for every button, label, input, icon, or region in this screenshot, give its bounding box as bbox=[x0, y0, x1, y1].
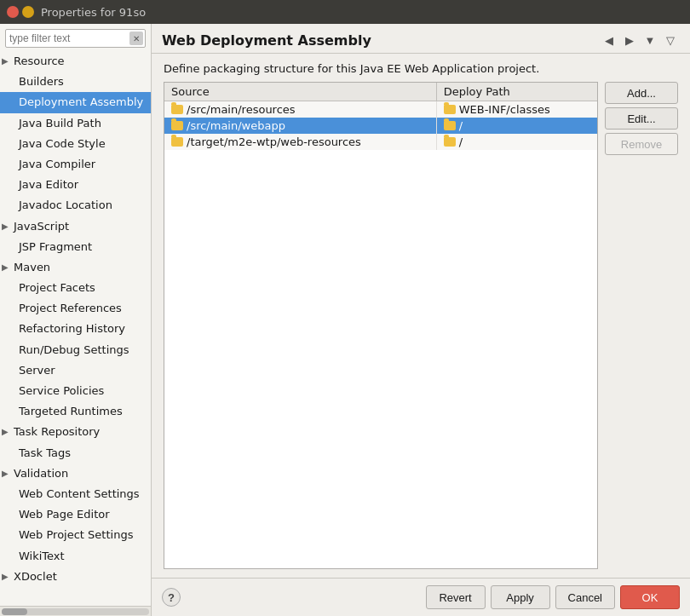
table-header-row: Source Deploy Path bbox=[164, 83, 597, 101]
remove-button[interactable]: Remove bbox=[605, 133, 678, 155]
sidebar-item-maven[interactable]: ▶Maven bbox=[0, 257, 151, 278]
scrollbar-track bbox=[2, 608, 149, 615]
sidebar-item-label: Builders bbox=[19, 74, 64, 89]
close-button[interactable] bbox=[7, 6, 19, 18]
folder-icon bbox=[444, 137, 456, 147]
help-button[interactable]: ? bbox=[162, 588, 181, 607]
sidebar-item-task-tags[interactable]: Task Tags bbox=[0, 443, 151, 463]
table-row[interactable]: /src/main/webapp/ bbox=[164, 118, 597, 134]
arrow-icon: ▶ bbox=[2, 55, 14, 67]
sidebar-item-label: Java Compiler bbox=[19, 157, 95, 172]
sidebar-item-web-page-editor[interactable]: Web Page Editor bbox=[0, 504, 151, 525]
folder-icon bbox=[171, 105, 183, 114]
menu-icon: ▽ bbox=[666, 34, 675, 47]
sidebar-item-label: Java Build Path bbox=[19, 116, 101, 131]
sidebar-item-web-content-settings[interactable]: Web Content Settings bbox=[0, 484, 151, 504]
sidebar-item-builders[interactable]: Builders bbox=[0, 72, 151, 92]
window-controls bbox=[7, 6, 34, 18]
sidebar-item-java-build-path[interactable]: Java Build Path bbox=[0, 113, 151, 134]
sidebar-item-service-policies[interactable]: Service Policies bbox=[0, 381, 151, 401]
sidebar-item-label: Java Editor bbox=[19, 177, 78, 193]
sidebar-item-label: WikiText bbox=[19, 549, 65, 564]
table-row[interactable]: /src/main/resourcesWEB-INF/classes bbox=[164, 101, 597, 118]
window-title: Properties for 91so bbox=[41, 6, 683, 19]
sidebar-item-javadoc-location[interactable]: Javadoc Location bbox=[0, 195, 151, 216]
forward-icon: ▶ bbox=[625, 34, 634, 47]
sidebar-item-project-references[interactable]: Project References bbox=[0, 298, 151, 319]
sidebar-item-label: Web Project Settings bbox=[19, 527, 133, 543]
sidebar-item-xdoclet[interactable]: ▶XDoclet bbox=[0, 567, 151, 587]
source-text: /src/main/webapp bbox=[187, 119, 285, 132]
sidebar-item-label: Service Policies bbox=[19, 383, 104, 399]
back-button[interactable]: ◀ bbox=[600, 31, 618, 49]
menu-button[interactable]: ▽ bbox=[661, 31, 680, 49]
sidebar-item-javascript[interactable]: ▶JavaScript bbox=[0, 216, 151, 237]
panel-content: Define packaging structure for this Java… bbox=[152, 54, 690, 578]
sidebar-item-label: Run/Debug Settings bbox=[19, 343, 129, 358]
assembly-container: Source Deploy Path /src/main/resourcesWE… bbox=[164, 82, 678, 569]
panel-title: Web Deployment Assembly bbox=[162, 32, 371, 49]
description-text: Define packaging structure for this Java… bbox=[164, 62, 678, 75]
sidebar-item-label: Web Page Editor bbox=[19, 507, 110, 522]
bottom-bar: ? Revert Apply Cancel OK bbox=[152, 578, 690, 616]
revert-button[interactable]: Revert bbox=[426, 585, 486, 609]
sidebar-item-deployment-assembly[interactable]: Deployment Assembly bbox=[0, 92, 151, 112]
panel-toolbar: ◀ ▶ ▼ ▽ bbox=[600, 31, 680, 49]
source-cell: /target/m2e-wtp/web-resources bbox=[164, 134, 436, 150]
sidebar-item-run-debug-settings[interactable]: Run/Debug Settings bbox=[0, 340, 151, 360]
sidebar-item-resource[interactable]: ▶Resource bbox=[0, 51, 151, 72]
forward-button[interactable]: ▶ bbox=[620, 31, 639, 49]
arrow-icon: ▶ bbox=[2, 221, 14, 233]
sidebar-item-task-repository[interactable]: ▶Task Repository bbox=[0, 422, 151, 442]
sidebar-item-server[interactable]: Server bbox=[0, 360, 151, 381]
edit-button[interactable]: Edit... bbox=[605, 107, 678, 130]
action-buttons: Add... Edit... Remove bbox=[605, 82, 678, 569]
bottom-left: ? bbox=[162, 588, 181, 607]
assembly-table-wrap: Source Deploy Path /src/main/resourcesWE… bbox=[164, 82, 598, 569]
sidebar-item-label: Project References bbox=[19, 301, 122, 316]
sidebar-item-java-compiler[interactable]: Java Compiler bbox=[0, 154, 151, 175]
source-cell: /src/main/webapp bbox=[164, 118, 436, 134]
folder-icon bbox=[171, 137, 183, 147]
sidebar-item-label: Task Repository bbox=[14, 424, 100, 440]
sidebar-item-label: XDoclet bbox=[14, 569, 57, 584]
sidebar-item-label: Server bbox=[19, 363, 55, 378]
table-row[interactable]: /target/m2e-wtp/web-resources/ bbox=[164, 134, 597, 150]
sidebar-item-project-facets[interactable]: Project Facets bbox=[0, 278, 151, 298]
sidebar-item-targeted-runtimes[interactable]: Targeted Runtimes bbox=[0, 401, 151, 422]
add-button[interactable]: Add... bbox=[605, 82, 678, 104]
sidebar-item-web-project-settings[interactable]: Web Project Settings bbox=[0, 525, 151, 545]
sidebar-item-jsp-fragment[interactable]: JSP Fragment bbox=[0, 237, 151, 257]
sidebar-item-label: JSP Fragment bbox=[19, 239, 92, 255]
sidebar-item-validation[interactable]: ▶Validation bbox=[0, 463, 151, 484]
col-source: Source bbox=[164, 83, 436, 101]
arrow-icon: ▶ bbox=[2, 426, 14, 438]
sidebar-item-label: Resource bbox=[14, 54, 65, 69]
sidebar-item-label: Maven bbox=[14, 260, 50, 275]
ok-button[interactable]: OK bbox=[620, 585, 680, 609]
down-icon: ▼ bbox=[645, 34, 656, 47]
sidebar-item-label: Java Code Style bbox=[19, 136, 106, 152]
search-clear-button[interactable]: ✕ bbox=[129, 32, 143, 45]
folder-icon bbox=[444, 105, 456, 114]
sidebar-item-java-code-style[interactable]: Java Code Style bbox=[0, 134, 151, 154]
source-text: /src/main/resources bbox=[187, 103, 296, 116]
cancel-button[interactable]: Cancel bbox=[555, 585, 615, 609]
sidebar-item-label: Refactoring History bbox=[19, 321, 125, 337]
main-layout: ✕ ▶ResourceBuildersDeployment AssemblyJa… bbox=[0, 24, 690, 616]
search-input[interactable] bbox=[5, 29, 146, 48]
down-button[interactable]: ▼ bbox=[641, 31, 659, 49]
sidebar-item-wikitext[interactable]: WikiText bbox=[0, 546, 151, 567]
minimize-button[interactable] bbox=[22, 6, 34, 18]
titlebar: Properties for 91so bbox=[0, 0, 690, 24]
deploy-path-cell: WEB-INF/classes bbox=[436, 101, 597, 118]
sidebar-scrollbar[interactable] bbox=[0, 606, 151, 616]
panel-header: Web Deployment Assembly ◀ ▶ ▼ ▽ bbox=[152, 24, 690, 54]
sidebar-item-label: Javadoc Location bbox=[19, 198, 112, 213]
apply-button[interactable]: Apply bbox=[491, 585, 550, 609]
sidebar-item-refactoring-history[interactable]: Refactoring History bbox=[0, 319, 151, 339]
sidebar-item-java-editor[interactable]: Java Editor bbox=[0, 175, 151, 195]
sidebar-item-label: Web Content Settings bbox=[19, 486, 140, 502]
sidebar: ✕ ▶ResourceBuildersDeployment AssemblyJa… bbox=[0, 24, 152, 616]
sidebar-item-label: Project Facets bbox=[19, 280, 95, 296]
